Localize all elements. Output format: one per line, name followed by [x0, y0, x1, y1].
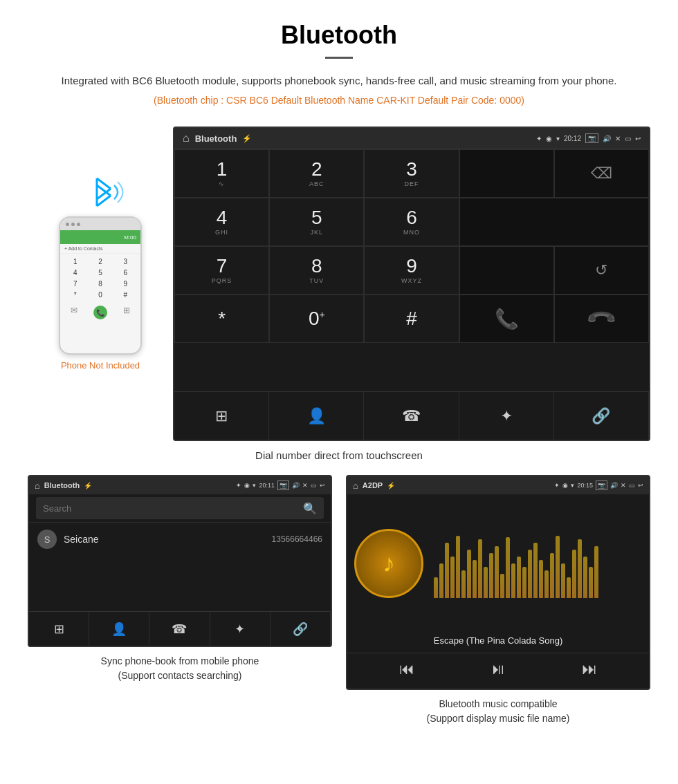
dial-bottom-bar: ⊞ 👤 ☎ ✦ 🔗 — [174, 391, 649, 440]
pb-camera-icon: 📷 — [277, 480, 289, 490]
music-volume-icon: 🔊 — [610, 482, 618, 489]
dial-grid-button[interactable]: ⊞ — [174, 392, 269, 440]
pb-contact-name: Seicane — [64, 534, 272, 545]
music-title: A2DP — [363, 481, 383, 489]
pb-status-bar: ⌂ Bluetooth ⚡ ✦ ◉ ▾ 20:11 📷 🔊 ✕ ▭ ↩ — [29, 476, 331, 494]
dialpad-grid: 1∿ 2ABC 3DEF ⌫ 4GHI 5JKL — [174, 149, 649, 391]
dial-call-button[interactable]: 📞 — [459, 295, 554, 343]
music-usb-icon: ⚡ — [387, 482, 395, 489]
bottom-section: ⌂ Bluetooth ⚡ ✦ ◉ ▾ 20:11 📷 🔊 ✕ ▭ ↩ — [28, 475, 650, 726]
pb-search-icon[interactable]: 🔍 — [303, 502, 317, 515]
music-close-icon[interactable]: ✕ — [621, 482, 626, 489]
music-signal-icon: ▾ — [571, 482, 574, 489]
phone-mockup: M:00 + Add to Contacts 123 456 789 *0# ✉… — [59, 216, 142, 355]
camera-icon: 📷 — [585, 133, 598, 143]
music-prev-button[interactable]: ⏮ — [399, 660, 414, 678]
pb-bottom-bar: ⊞ 👤 ☎ ✦ 🔗 — [29, 611, 331, 646]
pb-search-placeholder: Search — [43, 503, 303, 514]
music-song-title: Escape (The Pina Colada Song) — [347, 633, 649, 653]
clock: 20:12 — [564, 135, 581, 142]
music-content: ♪ — [347, 494, 649, 633]
pb-signal-icon: ▾ — [253, 482, 256, 489]
music-back-icon[interactable]: ↩ — [638, 482, 643, 489]
phonebook-card: ⌂ Bluetooth ⚡ ✦ ◉ ▾ 20:11 📷 🔊 ✕ ▭ ↩ — [28, 475, 332, 726]
pb-nav-contacts[interactable]: 👤 — [89, 612, 149, 646]
dial-phone-button[interactable]: ☎ — [364, 392, 459, 440]
page-description: Integrated with BC6 Bluetooth module, su… — [55, 73, 623, 89]
dial-key-9[interactable]: 9WXYZ — [364, 246, 459, 295]
music-time: 20:15 — [577, 482, 593, 489]
pb-home-icon[interactable]: ⌂ — [35, 480, 40, 491]
music-note-icon: ♪ — [383, 549, 395, 578]
pb-contact-row[interactable]: S Seicane 13566664466 — [29, 522, 331, 556]
dial-link-button[interactable]: 🔗 — [554, 392, 649, 440]
close-icon[interactable]: ✕ — [615, 135, 621, 142]
dial-screen-title: Bluetooth — [195, 133, 237, 144]
dial-key-1[interactable]: 1∿ — [174, 149, 269, 198]
phonebook-screen: ⌂ Bluetooth ⚡ ✦ ◉ ▾ 20:11 📷 🔊 ✕ ▭ ↩ — [28, 475, 332, 647]
main-content: M:00 + Add to Contacts 123 456 789 *0# ✉… — [0, 113, 678, 747]
dial-key-8[interactable]: 8TUV — [269, 246, 364, 295]
dial-key-4[interactable]: 4GHI — [174, 198, 269, 246]
page-title: Bluetooth — [55, 21, 623, 50]
music-home-icon[interactable]: ⌂ — [353, 480, 358, 491]
dial-key-6[interactable]: 6MNO — [364, 198, 459, 246]
pb-nav-bluetooth[interactable]: ✦ — [210, 612, 271, 646]
phone-not-included-label: Phone Not Included — [61, 360, 140, 371]
pb-close-icon[interactable]: ✕ — [302, 482, 308, 489]
volume-icon: 🔊 — [603, 135, 611, 142]
page-header: Bluetooth Integrated with BC6 Bluetooth … — [0, 0, 678, 113]
dial-caption: Dial number direct from touchscreen — [255, 449, 423, 461]
phone-area: M:00 + Add to Contacts 123 456 789 *0# ✉… — [28, 127, 173, 371]
pb-volume-icon: 🔊 — [292, 482, 300, 489]
music-location-icon: ◉ — [562, 482, 568, 489]
music-play-pause-button[interactable]: ⏯ — [491, 660, 506, 678]
back-icon[interactable]: ↩ — [635, 135, 641, 142]
bluetooth-waves-icon — [76, 168, 125, 216]
pb-time: 20:11 — [259, 482, 275, 489]
dial-key-7[interactable]: 7PQRS — [174, 246, 269, 295]
dial-key-hash[interactable]: # — [364, 295, 459, 343]
music-card: ⌂ A2DP ⚡ ✦ ◉ ▾ 20:15 📷 🔊 ✕ ▭ ↩ — [346, 475, 650, 726]
pb-nav-grid[interactable]: ⊞ — [29, 612, 89, 646]
title-divider — [325, 57, 353, 59]
window-icon[interactable]: ▭ — [625, 135, 631, 142]
bluetooth-status-icon: ✦ — [536, 135, 542, 142]
pb-spacer — [29, 556, 331, 611]
pb-window-icon[interactable]: ▭ — [311, 482, 317, 489]
music-caption: Bluetooth music compatible (Support disp… — [427, 697, 570, 726]
dial-key-2[interactable]: 2ABC — [269, 149, 364, 198]
dial-end-call-button[interactable]: 📞 — [554, 295, 649, 343]
dial-empty-1 — [459, 198, 649, 246]
dial-contacts-button[interactable]: 👤 — [269, 392, 364, 440]
dial-key-0[interactable]: 0+ — [269, 295, 364, 343]
dial-display-area — [459, 149, 554, 198]
pb-contact-avatar: S — [37, 530, 57, 549]
dial-key-star[interactable]: * — [174, 295, 269, 343]
pb-nav-phone[interactable]: ☎ — [149, 612, 210, 646]
music-window-icon[interactable]: ▭ — [629, 482, 635, 489]
pb-nav-link[interactable]: 🔗 — [271, 612, 331, 646]
dial-empty-2 — [459, 246, 554, 295]
dial-bluetooth-button[interactable]: ✦ — [459, 392, 554, 440]
music-album-art: ♪ — [354, 529, 423, 598]
pb-back-icon[interactable]: ↩ — [320, 482, 325, 489]
home-icon[interactable]: ⌂ — [183, 132, 190, 144]
phonebook-caption: Sync phone-book from mobile phone (Suppo… — [101, 654, 259, 683]
location-icon: ◉ — [546, 135, 552, 142]
usb-icon: ⚡ — [242, 134, 252, 143]
signal-icon: ▾ — [556, 135, 560, 142]
dial-refresh-button[interactable]: ↺ — [554, 246, 649, 295]
dial-key-3[interactable]: 3DEF — [364, 149, 459, 198]
pb-location-icon: ◉ — [244, 482, 250, 489]
music-screen: ⌂ A2DP ⚡ ✦ ◉ ▾ 20:15 📷 🔊 ✕ ▭ ↩ — [346, 475, 650, 690]
pb-search-bar[interactable]: Search 🔍 — [36, 497, 324, 519]
music-bt-icon: ✦ — [554, 482, 560, 489]
pb-bt-icon: ✦ — [236, 482, 241, 489]
music-next-button[interactable]: ⏭ — [582, 660, 597, 678]
music-controls: ⏮ ⏯ ⏭ — [347, 653, 649, 689]
dial-key-5[interactable]: 5JKL — [269, 198, 364, 246]
pb-title: Bluetooth — [44, 481, 80, 489]
dial-backspace-button[interactable]: ⌫ — [554, 149, 649, 198]
dial-screen: ⌂ Bluetooth ⚡ ✦ ◉ ▾ 20:12 📷 🔊 ✕ ▭ ↩ — [173, 127, 650, 441]
